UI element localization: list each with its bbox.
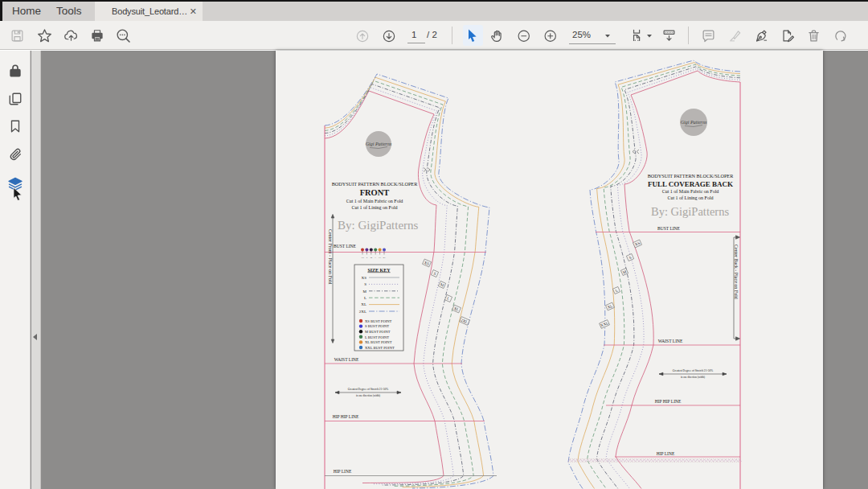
svg-text:BUST LINE: BUST LINE [334, 244, 356, 249]
svg-text:S: S [366, 257, 368, 259]
svg-text:Gigi Patterns: Gigi Patterns [366, 142, 392, 146]
svg-text:FULL COVERAGE BACK: FULL COVERAGE BACK [648, 180, 733, 188]
svg-text:Cut 1 of Lining on Fold: Cut 1 of Lining on Fold [667, 195, 713, 200]
svg-text:HIP HIP LINE: HIP HIP LINE [655, 399, 682, 404]
svg-text:M: M [363, 290, 367, 294]
svg-text:HIP HIP LINE: HIP HIP LINE [333, 414, 359, 419]
svg-text:in one direction (width): in one direction (width) [356, 394, 380, 397]
svg-text:Center Front - Place on Fold: Center Front - Place on Fold [328, 229, 333, 285]
svg-text:M: M [371, 257, 373, 259]
svg-text:By: GigiPatterns: By: GigiPatterns [651, 205, 729, 218]
svg-text:XL: XL [379, 257, 382, 259]
svg-text:Cut 1 of Main Fabric on Fold: Cut 1 of Main Fabric on Fold [346, 199, 403, 203]
svg-text:FRONT: FRONT [360, 188, 390, 197]
svg-text:Center Back - Place on Fold: Center Back - Place on Fold [734, 244, 739, 299]
svg-text:HIP LINE: HIP LINE [657, 451, 675, 456]
svg-text:XS BUST POINT: XS BUST POINT [365, 319, 392, 323]
svg-text:S BUST POINT: S BUST POINT [365, 324, 389, 328]
svg-text:L: L [364, 296, 366, 300]
svg-text:Cut 1 of Main Fabric on Fold: Cut 1 of Main Fabric on Fold [662, 189, 719, 194]
svg-text:BUST LINE: BUST LINE [657, 226, 680, 231]
svg-text:WAIST LINE: WAIST LINE [334, 357, 359, 362]
svg-text:XL: XL [361, 302, 366, 306]
svg-text:2XL: 2XL [359, 310, 366, 314]
svg-text:XS: XS [362, 276, 367, 280]
svg-text:WAIST LINE: WAIST LINE [658, 339, 683, 343]
svg-text:HIP LINE: HIP LINE [334, 469, 352, 474]
svg-text:BODYSUIT PATTERN BLOCK/SLOPER: BODYSUIT PATTERN BLOCK/SLOPER [332, 181, 418, 187]
svg-text:L: L [375, 257, 376, 259]
svg-text:XL BUST POINT: XL BUST POINT [365, 340, 392, 344]
svg-text:XS: XS [361, 257, 364, 259]
svg-text:XXL BUST POINT: XXL BUST POINT [365, 346, 395, 350]
svg-text:Cut 1 of Lining on Fold: Cut 1 of Lining on Fold [351, 205, 397, 210]
svg-text:Gigi Patterns: Gigi Patterns [681, 120, 707, 125]
svg-text:2X: 2X [383, 257, 385, 259]
svg-text:M BUST POINT: M BUST POINT [365, 330, 391, 334]
svg-text:BODYSUIT PATTERN BLOCK/SLOPER: BODYSUIT PATTERN BLOCK/SLOPER [648, 173, 734, 179]
svg-text:Greatest Degree of Stretch 21-: Greatest Degree of Stretch 21-50% [348, 388, 389, 391]
svg-text:in one direction (width): in one direction (width) [681, 376, 705, 379]
svg-text:SIZE KEY: SIZE KEY [367, 268, 391, 273]
svg-text:L BUST POINT: L BUST POINT [365, 335, 389, 339]
svg-text:Greatest Degree of Stretch 21-: Greatest Degree of Stretch 21-50% [673, 369, 714, 372]
svg-text:S: S [364, 282, 366, 286]
svg-text:By: GigiPatterns: By: GigiPatterns [338, 219, 419, 232]
